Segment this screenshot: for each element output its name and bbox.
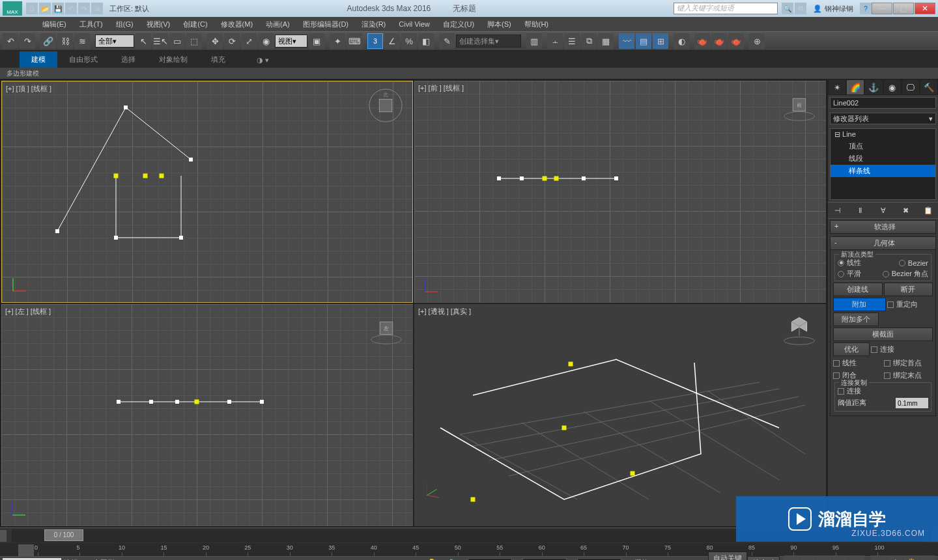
redo-icon[interactable]: ↷ [78, 3, 90, 14]
time-tick[interactable]: 75 [668, 552, 709, 556]
rect-select-icon[interactable]: ▭ [169, 33, 185, 49]
radio-bezier-corner[interactable]: Bezier 角点 [883, 268, 928, 279]
viewport-label-left[interactable]: [+] [左 ] [线框 ] [5, 307, 51, 316]
dope-sheet-icon[interactable]: ▤ [636, 33, 651, 49]
object-name-input[interactable] [830, 97, 936, 109]
viewcube-persp[interactable] [780, 309, 818, 347]
viewport-left[interactable]: [+] [左 ] [线框 ] 左 [1, 304, 413, 526]
viewcube-top[interactable]: 北 [367, 87, 405, 124]
time-tick[interactable]: 10 [122, 552, 163, 556]
time-tick[interactable]: 30 [290, 552, 332, 556]
time-tick[interactable]: 60 [542, 552, 584, 556]
scale-icon[interactable]: ⤢ [241, 33, 257, 49]
selection-filter[interactable]: 全部 ▾ [95, 35, 134, 48]
tab-populate[interactable]: 填充 [199, 51, 237, 68]
spinner-snap-icon[interactable]: ◧ [418, 33, 434, 49]
render-frame-icon[interactable]: 🫖 [711, 33, 727, 49]
unique-icon[interactable]: ∀ [877, 205, 889, 216]
connect-check[interactable]: 连接 [871, 343, 894, 356]
search-input[interactable]: 键入关键字或短语 [674, 3, 778, 14]
bind-first-check[interactable]: 绑定首点 [884, 357, 933, 369]
time-slider-thumb[interactable]: 0 / 100 [44, 529, 83, 541]
cross-section-button[interactable]: 横截面 [833, 328, 933, 341]
render-icon[interactable]: 🫖 [728, 33, 744, 49]
layers-icon[interactable]: ☰ [564, 33, 580, 49]
configure-icon[interactable]: 📋 [922, 205, 934, 216]
track-scroll-left[interactable] [0, 530, 7, 542]
select-name-icon[interactable]: ☰↖ [152, 33, 168, 49]
mirror-icon[interactable]: ▥ [526, 33, 542, 49]
tab-utilities-icon[interactable]: 🔨 [920, 79, 938, 95]
time-tick[interactable]: 45 [416, 552, 457, 556]
menu-maxscript[interactable]: 脚本(S) [481, 17, 518, 31]
menu-tools[interactable]: 工具(T) [73, 17, 109, 31]
menu-civil-view[interactable]: Civil View [392, 17, 436, 31]
placement-icon[interactable]: ◉ [258, 33, 274, 49]
time-tick[interactable]: 50 [458, 552, 500, 556]
viewport-label-persp[interactable]: [+] [透视 ] [真实 ] [418, 307, 471, 316]
schematic-icon[interactable]: ⊞ [653, 33, 668, 49]
track-bar[interactable]: 0510152025303540455055606570758085909510… [0, 543, 938, 556]
time-tick[interactable]: 55 [500, 552, 541, 556]
menu-customize[interactable]: 自定义(U) [436, 17, 481, 31]
radio-smooth[interactable]: 平滑 [838, 268, 861, 279]
select-icon[interactable]: ↖ [135, 33, 151, 49]
tab-modify-icon[interactable]: 🌈 [846, 79, 864, 95]
linear-check[interactable]: 线性 [833, 357, 883, 369]
time-tick[interactable]: 70 [626, 552, 668, 556]
show-end-icon[interactable]: Ⅱ [855, 205, 866, 216]
user-account[interactable]: 👤钢神绿钢 [813, 4, 853, 14]
optimize-button[interactable]: 优化 [833, 343, 870, 356]
nav-icon[interactable]: ⊕ [920, 555, 935, 561]
ribbon-panel-label[interactable]: 多边形建模 [0, 68, 938, 79]
menu-edit[interactable]: 编辑(E) [36, 17, 73, 31]
tab-display-icon[interactable]: 🖵 [902, 79, 920, 95]
search-icon[interactable]: 🔍 [782, 3, 793, 14]
workspace-label[interactable]: 工作区: 默认 [109, 4, 149, 14]
viewcube-left[interactable]: 左 [367, 309, 405, 347]
comm-icon[interactable]: ⧉ [795, 3, 806, 14]
stack-item-line[interactable]: Line [831, 129, 935, 140]
manipulate-icon[interactable]: ✦ [330, 33, 345, 49]
redo-icon[interactable]: ↷ [20, 33, 35, 49]
tab-modeling[interactable]: 建模 [20, 51, 57, 68]
viewport-perspective[interactable]: [+] [透视 ] [真实 ] [414, 304, 826, 526]
stack-sub-vertex[interactable]: 顶点 [831, 140, 935, 152]
menu-create[interactable]: 创建(C) [177, 17, 214, 31]
named-selection-sets[interactable]: 创建选择集 ▾ [456, 35, 521, 48]
time-tick[interactable]: 65 [584, 552, 625, 556]
autodesk360-icon[interactable]: ⊕ [749, 33, 765, 49]
viewport-front[interactable]: [+] [前 ] [线框 ] 前 [414, 81, 826, 303]
menu-modifiers[interactable]: 修改器(M) [214, 17, 260, 31]
stack-sub-spline[interactable]: 样条线 [831, 165, 935, 177]
time-tick[interactable]: 100 [877, 552, 919, 556]
viewcube-front[interactable]: 前 [780, 86, 818, 124]
tab-object-paint[interactable]: 对象绘制 [147, 51, 199, 68]
move-icon[interactable]: ✥ [207, 33, 223, 49]
bind-last-check[interactable]: 绑定末点 [884, 370, 933, 381]
ref-coord-dropdown[interactable]: 视图 ▾ [275, 35, 307, 48]
viewport-label-front[interactable]: [+] [前 ] [线框 ] [418, 83, 464, 93]
time-tick[interactable]: 85 [752, 552, 793, 556]
time-tick[interactable]: 5 [79, 552, 121, 556]
radio-bezier[interactable]: Bezier [899, 257, 928, 268]
rollout-header[interactable]: +软选择 [830, 220, 936, 234]
project-icon[interactable]: ⇲ [91, 3, 103, 14]
time-tick[interactable]: 20 [206, 552, 248, 556]
create-line-button[interactable]: 创建线 [833, 283, 883, 296]
time-tick[interactable]: 95 [836, 552, 877, 556]
stack-sub-segment[interactable]: 线段 [831, 152, 935, 165]
align-icon[interactable]: ⫠ [547, 33, 563, 49]
viewport-top[interactable]: [+] [顶 ] [线框 ] 北 [1, 81, 413, 303]
named-sel-edit-icon[interactable]: ✎ [439, 33, 455, 49]
tab-hierarchy-icon[interactable]: ⚓ [864, 79, 883, 95]
time-tick[interactable]: 25 [248, 552, 289, 556]
time-tick[interactable]: 35 [332, 552, 373, 556]
help-icon[interactable]: ? [860, 3, 872, 14]
open-icon[interactable]: 📂 [39, 3, 51, 14]
pivot-icon[interactable]: ▣ [309, 33, 324, 49]
menu-views[interactable]: 视图(V) [140, 17, 177, 31]
pin-stack-icon[interactable]: ⊣ [832, 205, 844, 216]
remove-mod-icon[interactable]: ✖ [900, 205, 911, 216]
attach-button[interactable]: 附加 [833, 298, 886, 311]
